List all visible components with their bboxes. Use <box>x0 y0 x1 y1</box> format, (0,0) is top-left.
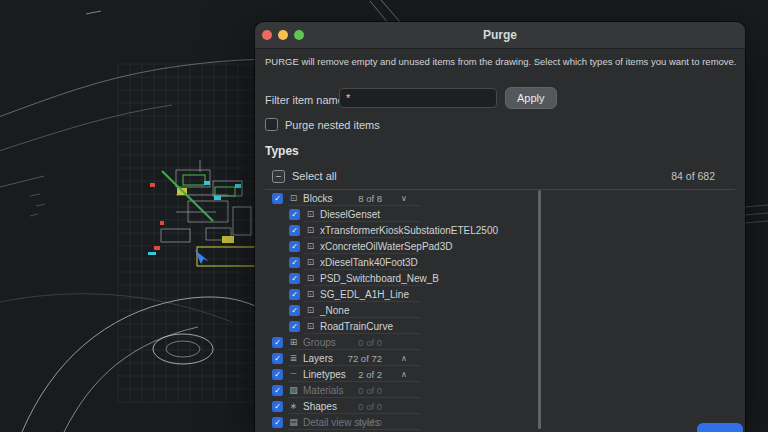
type-row-psd-switchboard-new-b[interactable]: ✓⊡PSD_Switchboard_New_B <box>265 270 735 286</box>
chevron-up-icon[interactable]: ∧ <box>397 354 411 363</box>
type-row-materials[interactable]: ✓▨Materials0 of 0 <box>265 382 735 398</box>
row-checkbox[interactable]: ✓ <box>272 353 283 364</box>
dialog-title: Purge <box>483 28 517 42</box>
select-all-checkbox[interactable]: – <box>272 170 285 183</box>
row-label: Layers <box>303 353 333 364</box>
type-row-xtransformerkiosksubstationetel2500[interactable]: ✓⊡xTransformerKioskSubstationETEL2500 <box>265 222 735 238</box>
row-label: SG_EDL_A1H_Line <box>320 289 409 300</box>
row-label: PSD_Switchboard_New_B <box>320 273 439 284</box>
row-checkbox[interactable]: ✓ <box>272 193 283 204</box>
select-all-label: Select all <box>292 170 337 182</box>
type-row-xdieseltank40foot3d[interactable]: ✓⊡xDieselTank40Foot3D <box>265 254 735 270</box>
shape-icon: ∗ <box>288 401 299 411</box>
purge-button[interactable] <box>697 423 743 432</box>
row-label: xDieselTank40Foot3D <box>320 257 418 268</box>
type-row-groups[interactable]: ✓⊞Groups0 of 0 <box>265 334 735 350</box>
material-icon: ▨ <box>288 385 299 395</box>
type-row-layers[interactable]: ✓≣Layers72 of 72∧ <box>265 350 735 366</box>
block-icon: ⊡ <box>305 289 316 299</box>
block-icon: ⊡ <box>305 225 316 235</box>
row-label: Shapes <box>303 401 337 412</box>
row-count: 72 of 72 <box>340 353 382 364</box>
layers-icon: ≣ <box>288 353 299 363</box>
row-checkbox[interactable]: ✓ <box>272 401 283 412</box>
select-all-row[interactable]: – Select all <box>265 168 337 184</box>
filter-label: Filter item names <box>265 94 349 106</box>
type-row-sg-edl-a1h-line[interactable]: ✓⊡SG_EDL_A1H_Line <box>265 286 735 302</box>
type-row-blocks[interactable]: ✓⊡Blocks8 of 8∨ <box>265 190 735 206</box>
row-checkbox[interactable]: ✓ <box>272 337 283 348</box>
type-row-none[interactable]: ✓⊡_None <box>265 302 735 318</box>
minimize-button[interactable] <box>278 30 288 40</box>
row-label: DieselGenset <box>320 209 380 220</box>
row-count: 0 of 0 <box>340 337 382 348</box>
type-row-roadtraincurve[interactable]: ✓⊡RoadTrainCurve <box>265 318 735 334</box>
row-label: xConcreteOilWaterSepPad3D <box>320 241 452 252</box>
row-checkbox[interactable]: ✓ <box>289 273 300 284</box>
row-count: 0 of 0 <box>340 385 382 396</box>
type-row-shapes[interactable]: ✓∗Shapes0 of 0 <box>265 398 735 414</box>
purge-nested-checkbox[interactable] <box>265 118 278 131</box>
row-count: 8 of 8 <box>340 193 382 204</box>
row-count: 2 of 2 <box>340 369 382 380</box>
zoom-button[interactable] <box>294 30 304 40</box>
traffic-lights <box>262 30 304 40</box>
dialog-titlebar[interactable]: Purge <box>255 22 745 49</box>
block-icon: ⊡ <box>305 209 316 219</box>
dialog-description: PURGE will remove empty and unused items… <box>265 56 737 67</box>
types-heading: Types <box>265 144 299 158</box>
close-button[interactable] <box>262 30 272 40</box>
block-icon: ⊡ <box>305 273 316 283</box>
total-count: 84 of 682 <box>671 170 715 182</box>
type-row-detail-view-styles[interactable]: ✓▤Detail view styles0 of 0 <box>265 414 735 430</box>
type-row-dieselgenset[interactable]: ✓⊡DieselGenset <box>265 206 735 222</box>
row-label: xTransformerKioskSubstationETEL2500 <box>320 225 498 236</box>
chevron-down-icon[interactable]: ∨ <box>397 194 411 203</box>
row-checkbox[interactable]: ✓ <box>289 209 300 220</box>
block-icon: ⊡ <box>305 257 316 267</box>
purge-nested-row[interactable]: Purge nested items <box>265 118 380 131</box>
row-label: Groups <box>303 337 336 348</box>
row-count: 0 of 0 <box>340 417 382 428</box>
row-checkbox[interactable]: ✓ <box>289 241 300 252</box>
row-checkbox[interactable]: ✓ <box>289 305 300 316</box>
row-checkbox[interactable]: ✓ <box>272 385 283 396</box>
type-row-linetypes[interactable]: ✓┄Linetypes2 of 2∧ <box>265 366 735 382</box>
block-icon: ⊡ <box>305 305 316 315</box>
filter-input[interactable] <box>339 88 497 108</box>
row-label: RoadTrainCurve <box>320 321 393 332</box>
row-checkbox[interactable]: ✓ <box>289 289 300 300</box>
apply-button[interactable]: Apply <box>505 87 557 109</box>
linetype-icon: ┄ <box>288 369 299 379</box>
detail_view-icon: ▤ <box>288 417 299 427</box>
row-label: Materials <box>303 385 344 396</box>
purge-nested-label: Purge nested items <box>285 119 380 131</box>
dialog-content: PURGE will remove empty and unused items… <box>255 49 745 432</box>
row-checkbox[interactable]: ✓ <box>289 257 300 268</box>
row-checkbox[interactable]: ✓ <box>289 321 300 332</box>
row-checkbox[interactable]: ✓ <box>272 369 283 380</box>
type-row-xconcreteoilwaterseppad3d[interactable]: ✓⊡xConcreteOilWaterSepPad3D <box>265 238 735 254</box>
block-icon: ⊡ <box>288 193 299 203</box>
block-icon: ⊡ <box>305 321 316 331</box>
row-label: Blocks <box>303 193 332 204</box>
group-icon: ⊞ <box>288 337 299 347</box>
chevron-up-icon[interactable]: ∧ <box>397 370 411 379</box>
row-count: 0 of 0 <box>340 401 382 412</box>
types-list: ✓⊡Blocks8 of 8∨✓⊡DieselGenset✓⊡xTransfor… <box>265 190 735 432</box>
purge-dialog: Purge PURGE will remove empty and unused… <box>255 22 745 432</box>
row-checkbox[interactable]: ✓ <box>289 225 300 236</box>
row-checkbox[interactable]: ✓ <box>272 417 283 428</box>
row-label: _None <box>320 305 349 316</box>
list-scrollbar[interactable] <box>538 190 541 429</box>
block-icon: ⊡ <box>305 241 316 251</box>
